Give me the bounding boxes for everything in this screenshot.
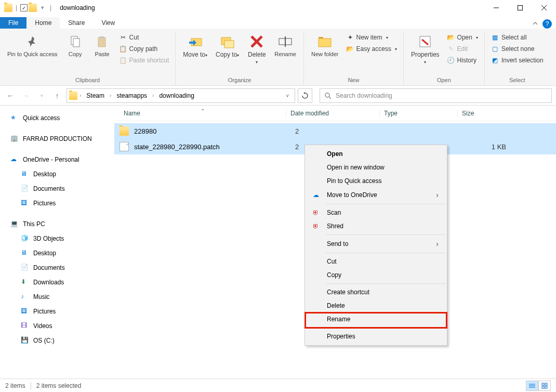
quick-access-checked-icon[interactable]: ✓ [20, 4, 28, 11]
edit-button[interactable]: ✎Edit [445, 44, 480, 54]
cm-send-to[interactable]: Send to › [305, 237, 447, 251]
cm-create-shortcut[interactable]: Create shortcut [305, 285, 447, 299]
tab-view[interactable]: View [93, 17, 123, 29]
tab-share[interactable]: Share [60, 17, 93, 29]
refresh-button[interactable] [298, 88, 312, 103]
svg-line-18 [329, 97, 331, 99]
chevron-right-icon[interactable]: › [109, 93, 112, 98]
move-to-button[interactable]: Move to▾ [180, 32, 210, 59]
sidebar-quick-access[interactable]: ★ Quick access [0, 111, 114, 125]
select-all-button[interactable]: ▦Select all [489, 32, 546, 43]
search-box[interactable] [320, 88, 552, 103]
sidebar-music[interactable]: ♪Music [0, 290, 114, 304]
cm-scan[interactable]: ⛨ Scan [305, 206, 447, 219]
delete-x-icon [248, 33, 265, 50]
cm-pin[interactable]: Pin to Quick access [305, 174, 447, 188]
sidebar-this-pc[interactable]: 💻 This PC [0, 217, 114, 231]
open-button[interactable]: 📂Open▾ [445, 32, 480, 43]
sidebar-od-documents[interactable]: 📄Documents [0, 181, 114, 196]
cm-onedrive[interactable]: ☁ Move to OneDrive › [305, 188, 447, 202]
copy-button[interactable]: Copy [63, 32, 88, 59]
cm-rename[interactable]: Rename [305, 312, 447, 326]
sidebar-documents[interactable]: 📄Documents [0, 260, 114, 275]
sidebar-onedrive[interactable]: ☁ OneDrive - Personal [0, 152, 114, 167]
delete-button[interactable]: Delete▾ [244, 32, 269, 67]
column-size[interactable]: Size [457, 110, 509, 117]
sidebar-3d-objects[interactable]: 🧊3D Objects [0, 231, 114, 246]
sidebar-od-pictures[interactable]: 🖼Pictures [0, 196, 114, 211]
minimize-button[interactable] [484, 0, 508, 16]
invert-selection-button[interactable]: ◩Invert selection [489, 55, 546, 66]
paste-shortcut-button[interactable]: 📋Paste shortcut [117, 55, 171, 66]
easy-access-button[interactable]: 📂Easy access▾ [344, 44, 399, 54]
close-icon [541, 5, 547, 11]
close-button[interactable] [532, 0, 556, 16]
column-date[interactable]: Date modified [286, 110, 379, 117]
breadcrumb[interactable]: › Steam › steamapps › downloading ⋎ [67, 88, 295, 103]
sidebar-od-desktop[interactable]: 🖥Desktop [0, 167, 114, 181]
copy-path-button[interactable]: 📋Copy path [117, 44, 171, 54]
forward-button[interactable]: → [20, 89, 32, 102]
up-button[interactable]: ↑ [51, 89, 63, 102]
chevron-right-icon[interactable]: › [151, 93, 155, 98]
folder-icon [29, 4, 37, 12]
ribbon-group-clipboard: Pin to Quick access Copy Paste ✂Cut 📋Cop… [0, 32, 176, 85]
details-view-button[interactable] [526, 381, 538, 391]
file-row[interactable]: 228980 2 [114, 123, 556, 139]
cm-cut[interactable]: Cut [305, 255, 447, 268]
new-folder-button[interactable]: New folder [308, 32, 342, 59]
column-type[interactable]: Type [379, 110, 457, 117]
cm-copy[interactable]: Copy [305, 268, 447, 282]
window-controls [484, 0, 556, 16]
copy-to-icon [219, 33, 236, 50]
tab-home[interactable]: Home [27, 17, 60, 29]
cm-open-new[interactable]: Open in new window [305, 161, 447, 174]
sidebar-videos[interactable]: 🎞Videos [0, 319, 114, 333]
separator [326, 204, 446, 204]
properties-button[interactable]: Properties▾ [408, 32, 443, 67]
refresh-icon [301, 92, 309, 99]
cm-properties[interactable]: Properties [305, 330, 447, 343]
rename-button[interactable]: Rename [271, 32, 299, 59]
pictures-icon: 🖼 [21, 307, 29, 316]
sidebar-desktop[interactable]: 🖥Desktop [0, 246, 114, 260]
navigation-pane[interactable]: ★ Quick access 🏢 FARRAD PRODUCTION ☁ One… [0, 106, 114, 390]
svg-rect-22 [542, 383, 544, 385]
address-dropdown-button[interactable]: ⋎ [283, 93, 293, 98]
copy-to-button[interactable]: Copy to▾ [213, 32, 242, 59]
cm-delete[interactable]: Delete [305, 299, 447, 312]
onedrive-icon: ☁ [311, 190, 321, 200]
breadcrumb-segment[interactable]: Steam [83, 91, 108, 100]
select-none-button[interactable]: ▢Select none [489, 44, 546, 54]
pin-quick-access-button[interactable]: Pin to Quick access [4, 32, 61, 59]
breadcrumb-segment[interactable]: steamapps [113, 91, 150, 100]
cm-open[interactable]: Open [305, 147, 447, 161]
svg-rect-6 [98, 37, 105, 47]
chevron-right-icon[interactable]: › [78, 93, 82, 98]
ribbon-collapse-button[interactable] [528, 18, 542, 29]
column-headers: ⌃ Name Date modified Type Size [114, 106, 556, 121]
minimize-icon [493, 5, 499, 11]
new-item-button[interactable]: ✦New item▾ [344, 32, 399, 43]
cm-shred[interactable]: ⛨ Shred [305, 219, 447, 233]
history-button[interactable]: 🕘History [445, 55, 480, 66]
main-content: ★ Quick access 🏢 FARRAD PRODUCTION ☁ One… [0, 106, 556, 390]
back-button[interactable]: ← [4, 89, 17, 102]
scissors-icon: ✂ [119, 33, 127, 42]
cut-button[interactable]: ✂Cut [117, 32, 171, 43]
maximize-button[interactable] [508, 0, 532, 16]
recent-button[interactable]: ▾ [35, 89, 48, 102]
tab-file[interactable]: File [0, 17, 27, 29]
status-items: 2 items [5, 382, 25, 389]
search-input[interactable] [336, 92, 547, 99]
sidebar-pictures[interactable]: 🖼Pictures [0, 304, 114, 319]
breadcrumb-segment[interactable]: downloading [156, 91, 197, 100]
thumbnails-view-button[interactable] [538, 381, 551, 391]
sidebar-os-drive[interactable]: 💾OS (C:) [0, 333, 114, 348]
sidebar-farrad[interactable]: 🏢 FARRAD PRODUCTION [0, 132, 114, 146]
paste-button[interactable]: Paste [90, 32, 115, 59]
help-button[interactable]: ? [542, 19, 552, 29]
sidebar-downloads[interactable]: ⬇Downloads [0, 275, 114, 290]
column-name[interactable]: ⌃ Name [120, 110, 286, 117]
dropdown-caret-icon[interactable]: ▼ [40, 5, 45, 10]
